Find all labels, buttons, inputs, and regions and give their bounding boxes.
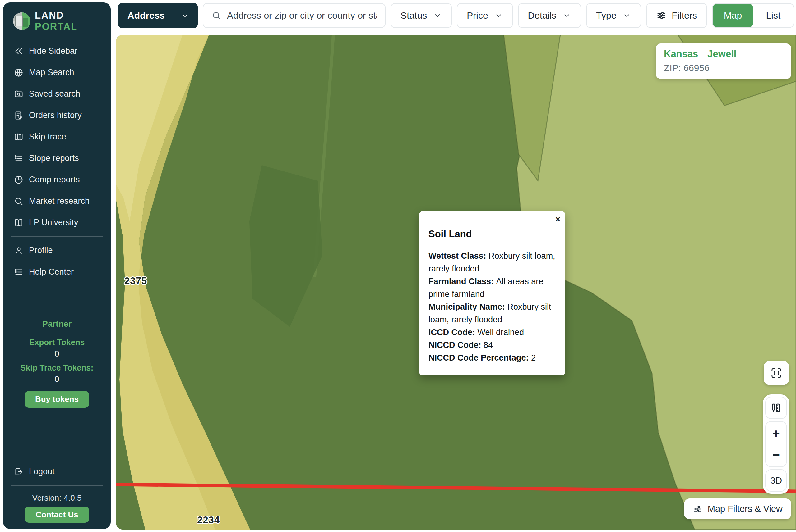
contour-elevation-label: 2375 [124, 276, 147, 287]
filter-dropdown-price[interactable]: Price [457, 3, 513, 28]
skip-trace-tokens-value: 0 [54, 375, 59, 384]
export-tokens-value: 0 [54, 349, 59, 359]
filter-dropdown-type[interactable]: Type [586, 3, 641, 28]
location-card: Kansas Jewell ZIP: 66956 [656, 43, 791, 79]
sidebar-item-label: Profile [29, 246, 53, 255]
search-input[interactable] [227, 10, 377, 21]
popup-field-farmland-class: Farmland Class: All areas are prime farm… [429, 275, 556, 301]
sidebar-item-label: Skip trace [29, 132, 66, 141]
search-box [203, 3, 385, 28]
logout-button[interactable]: Logout [10, 461, 104, 482]
logout-label: Logout [29, 467, 55, 476]
sidebar-nav: Hide SidebarMap SearchSaved searchOrders… [10, 40, 104, 233]
popup-field-iccd-code: ICCD Code: Well drained [429, 326, 556, 339]
sidebar-item-profile[interactable]: Profile [10, 240, 104, 261]
buy-tokens-button[interactable]: Buy tokens [24, 391, 89, 408]
popup-close-button[interactable]: × [554, 213, 562, 226]
topbar: Address StatusPriceDetailsType Filters M… [118, 3, 794, 28]
search-icon [212, 11, 221, 20]
brand-logo: LAND PORTAL [10, 10, 104, 32]
sidebar-item-orders-history[interactable]: Orders history [10, 104, 104, 126]
map-canvas[interactable]: 23752234 Kansas Jewell ZIP: 66956 × Soil… [116, 35, 796, 530]
sidebar-item-label: Help Center [29, 267, 74, 277]
popup-field-niccd-code-percentage: NICCD Code Percentage: 2 [429, 352, 556, 364]
list-dots-icon [14, 153, 24, 163]
measure-ruler-icon [770, 402, 782, 414]
chevron-down-icon [494, 11, 503, 20]
sidebar-item-label: Orders history [29, 111, 82, 120]
sidebar-item-label: Slope reports [29, 153, 79, 163]
sidebar-item-label: Saved search [29, 89, 80, 99]
chevron-down-icon [433, 11, 442, 20]
globe-icon [14, 68, 24, 78]
filter-dropdown-details[interactable]: Details [518, 3, 581, 28]
sidebar-item-hide-sidebar[interactable]: Hide Sidebar [10, 40, 104, 62]
sidebar: LAND PORTAL Hide SidebarMap SearchSaved … [3, 2, 111, 529]
map-icon [14, 132, 24, 142]
export-tokens-label: Export Tokens [29, 338, 85, 347]
chevron-down-icon [622, 11, 631, 20]
contact-us-button[interactable]: Contact Us [24, 507, 89, 523]
sidebar-item-lp-university[interactable]: LP University [10, 212, 104, 233]
location-county[interactable]: Jewell [707, 49, 736, 60]
measure-tool-button[interactable] [765, 397, 787, 419]
sidebar-item-label: Comp reports [29, 175, 80, 185]
address-type-selector[interactable]: Address [118, 3, 198, 28]
map-controls: + − 3D [763, 394, 789, 494]
sidebar-item-slope-reports[interactable]: Slope reports [10, 148, 104, 169]
sidebar-item-label: LP University [29, 218, 78, 227]
toggle-3d-button[interactable]: 3D [765, 469, 787, 492]
logout-icon [14, 467, 24, 477]
list-dots-icon [14, 267, 24, 277]
sidebar-item-saved-search[interactable]: Saved search [10, 83, 104, 104]
sliders-icon [656, 10, 667, 21]
zoom-in-button[interactable]: + [766, 424, 786, 443]
view-toggle: Map List [712, 3, 794, 28]
sliders-icon [693, 504, 703, 514]
sidebar-item-market-research[interactable]: Market research [10, 190, 104, 212]
popup-field-niccd-code: NICCD Code: 84 [429, 339, 556, 352]
brand-name: LAND PORTAL [35, 10, 104, 32]
contour-elevation-label: 2234 [197, 515, 220, 526]
sidebar-item-skip-trace[interactable]: Skip trace [10, 126, 104, 148]
filters-button[interactable]: Filters [646, 3, 707, 28]
chevrons-left-icon [14, 46, 24, 56]
chevron-down-icon [180, 11, 190, 20]
partner-section: Partner Export Tokens 0 Skip Trace Token… [10, 319, 104, 408]
location-state[interactable]: Kansas [664, 49, 698, 60]
zoom-out-button[interactable]: − [766, 445, 786, 464]
land-portal-logo-icon [13, 13, 31, 30]
zoom-controls: + − [765, 421, 787, 467]
person-icon [14, 246, 24, 255]
pie-chart-icon [14, 175, 24, 185]
map-filters-view-button[interactable]: Map Filters & View [684, 498, 791, 519]
view-toggle-list[interactable]: List [753, 4, 794, 27]
filter-dropdown-status[interactable]: Status [391, 3, 452, 28]
scan-frame-icon [770, 367, 783, 379]
view-toggle-map[interactable]: Map [713, 4, 753, 27]
partner-title: Partner [42, 319, 72, 329]
popup-fields: Wettest Class: Roxbury silt loam, rarely… [429, 250, 556, 364]
soil-info-popup: × Soil Land Wettest Class: Roxbury silt … [419, 211, 565, 376]
sidebar-item-comp-reports[interactable]: Comp reports [10, 169, 104, 190]
map-snapshot-button[interactable] [764, 361, 789, 385]
receipt-clock-icon [14, 111, 24, 120]
sidebar-account-nav: ProfileHelp Center [10, 240, 104, 283]
book-icon [14, 218, 24, 228]
location-zip: ZIP: 66956 [664, 63, 783, 73]
folder-search-icon [14, 89, 24, 99]
sidebar-item-label: Map Search [29, 68, 74, 77]
search-icon [14, 196, 24, 206]
chevron-down-icon [562, 11, 571, 20]
sidebar-divider [11, 486, 103, 486]
sidebar-item-label: Market research [29, 196, 90, 206]
app-version: Version: 4.0.5 [10, 493, 104, 503]
sidebar-item-label: Hide Sidebar [29, 46, 77, 56]
popup-field-municipality-name: Municipality Name: Roxbury silt loam, ra… [429, 301, 556, 326]
sidebar-item-map-search[interactable]: Map Search [10, 62, 104, 83]
popup-title: Soil Land [429, 229, 556, 240]
sidebar-item-help-center[interactable]: Help Center [10, 261, 104, 283]
popup-field-wettest-class: Wettest Class: Roxbury silt loam, rarely… [429, 250, 556, 275]
skip-trace-tokens-label: Skip Trace Tokens: [20, 363, 93, 373]
